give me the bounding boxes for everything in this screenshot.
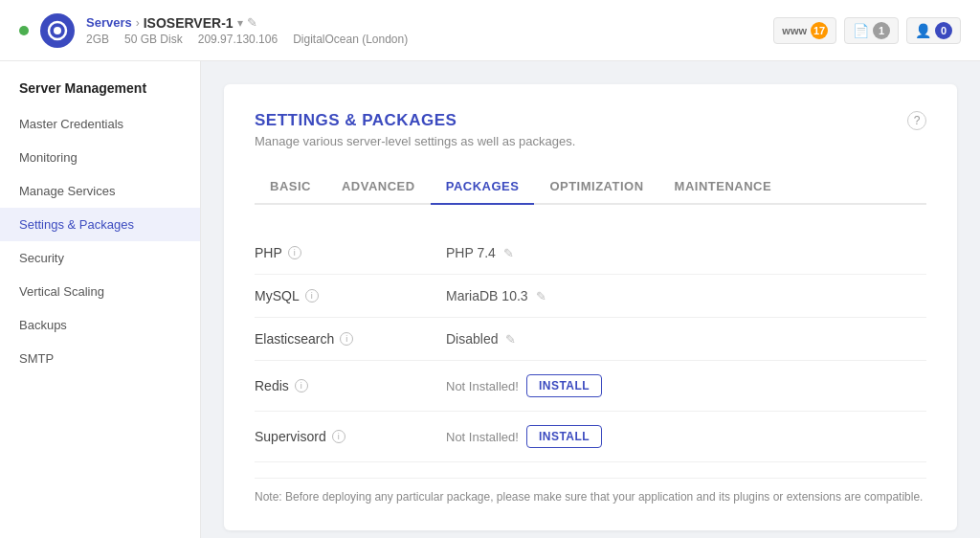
package-row-supervisord: Supervisord i Not Installed! INSTALL bbox=[255, 412, 926, 462]
mysql-label: MySQL bbox=[255, 288, 300, 303]
mysql-edit-icon[interactable]: ✎ bbox=[536, 289, 546, 303]
tab-maintenance[interactable]: MAINTENANCE bbox=[659, 169, 788, 205]
tab-packages[interactable]: PACKAGES bbox=[431, 169, 535, 205]
svg-point-1 bbox=[54, 27, 61, 34]
php-value: PHP 7.4 bbox=[446, 245, 496, 260]
redis-info-icon[interactable]: i bbox=[295, 379, 308, 392]
content-card: SETTINGS & PACKAGES Manage various serve… bbox=[224, 84, 957, 530]
php-info-icon[interactable]: i bbox=[288, 246, 301, 259]
php-edit-icon[interactable]: ✎ bbox=[503, 246, 514, 260]
header-left: Servers › ISOSERVER-1 ▾ ✎ 2GB 50 GB Disk… bbox=[19, 13, 408, 48]
sidebar-item-vertical-scaling[interactable]: Vertical Scaling bbox=[0, 275, 200, 308]
server-name-edit-icon[interactable]: ✎ bbox=[247, 15, 257, 30]
layout: Server Management Master Credentials Mon… bbox=[0, 61, 980, 538]
sidebar: Server Management Master Credentials Mon… bbox=[0, 61, 201, 538]
content-card-header: SETTINGS & PACKAGES Manage various serve… bbox=[255, 111, 926, 148]
sidebar-item-monitoring[interactable]: Monitoring bbox=[0, 141, 200, 174]
help-icon[interactable]: ? bbox=[907, 111, 926, 130]
breadcrumb: Servers › ISOSERVER-1 ▾ ✎ bbox=[86, 15, 408, 31]
file-icon: 📄 bbox=[853, 23, 869, 38]
users-count: 0 bbox=[935, 22, 952, 39]
tabs: BASIC ADVANCED PACKAGES OPTIMIZATION MAI… bbox=[255, 169, 926, 205]
package-name-php: PHP i bbox=[255, 245, 446, 260]
server-location: DigitalOcean (London) bbox=[293, 33, 408, 46]
breadcrumb-current: ISOSERVER-1 bbox=[144, 15, 234, 31]
server-ip: 209.97.130.106 bbox=[198, 33, 278, 46]
supervisord-info-icon[interactable]: i bbox=[332, 430, 345, 443]
packages-note: Note: Before deploying any particular pa… bbox=[255, 478, 926, 504]
www-count: 17 bbox=[811, 22, 828, 39]
server-ram: 2GB bbox=[86, 33, 109, 46]
breadcrumb-parent[interactable]: Servers bbox=[86, 15, 132, 30]
header: Servers › ISOSERVER-1 ▾ ✎ 2GB 50 GB Disk… bbox=[0, 0, 980, 61]
package-name-mysql: MySQL i bbox=[255, 288, 446, 303]
server-meta: 2GB 50 GB Disk 209.97.130.106 DigitalOce… bbox=[86, 33, 408, 46]
elasticsearch-edit-icon[interactable]: ✎ bbox=[505, 332, 516, 347]
tab-advanced[interactable]: ADVANCED bbox=[326, 169, 431, 205]
tab-basic[interactable]: BASIC bbox=[255, 169, 326, 205]
sidebar-item-smtp[interactable]: SMTP bbox=[0, 342, 200, 375]
sidebar-item-master-credentials[interactable]: Master Credentials bbox=[0, 107, 200, 141]
supervisord-install-button[interactable]: INSTALL bbox=[526, 425, 602, 448]
sidebar-item-manage-services[interactable]: Manage Services bbox=[0, 174, 200, 208]
elasticsearch-value: Disabled bbox=[446, 331, 498, 347]
mysql-value-col: MariaDB 10.3 ✎ bbox=[446, 288, 546, 303]
sidebar-item-settings-packages[interactable]: Settings & Packages bbox=[0, 208, 200, 241]
package-name-elasticsearch: Elasticsearch i bbox=[255, 331, 446, 347]
page-title: SETTINGS & PACKAGES bbox=[255, 111, 575, 130]
server-status-dot bbox=[19, 26, 29, 35]
supervisord-label: Supervisord bbox=[255, 429, 326, 444]
package-row-elasticsearch: Elasticsearch i Disabled ✎ bbox=[255, 318, 926, 361]
redis-not-installed-text: Not Installed! bbox=[446, 379, 519, 393]
users-badge[interactable]: 👤 0 bbox=[906, 17, 961, 44]
card-header-text: SETTINGS & PACKAGES Manage various serve… bbox=[255, 111, 575, 148]
package-row-php: PHP i PHP 7.4 ✎ bbox=[255, 232, 926, 275]
breadcrumb-chevron-icon[interactable]: ▾ bbox=[237, 16, 243, 30]
tab-optimization[interactable]: OPTIMIZATION bbox=[534, 169, 658, 205]
breadcrumb-arrow-icon: › bbox=[136, 16, 140, 30]
files-badge[interactable]: 📄 1 bbox=[844, 17, 899, 44]
elasticsearch-label: Elasticsearch bbox=[255, 331, 334, 347]
php-label: PHP bbox=[255, 245, 282, 260]
server-disk: 50 GB Disk bbox=[124, 33, 183, 46]
logo-circle bbox=[40, 13, 75, 48]
package-row-mysql: MySQL i MariaDB 10.3 ✎ bbox=[255, 275, 926, 318]
mysql-value: MariaDB 10.3 bbox=[446, 288, 528, 303]
www-badge[interactable]: www 17 bbox=[773, 17, 836, 44]
elasticsearch-value-col: Disabled ✎ bbox=[446, 331, 516, 347]
package-row-redis: Redis i Not Installed! INSTALL bbox=[255, 361, 926, 412]
sidebar-item-backups[interactable]: Backups bbox=[0, 308, 200, 342]
files-count: 1 bbox=[873, 22, 890, 39]
supervisord-value-col: Not Installed! INSTALL bbox=[446, 425, 602, 448]
page-subtitle: Manage various server-level settings as … bbox=[255, 134, 575, 148]
www-icon: www bbox=[782, 25, 807, 36]
header-right: www 17 📄 1 👤 0 bbox=[773, 17, 961, 44]
mysql-info-icon[interactable]: i bbox=[305, 289, 319, 303]
redis-value-col: Not Installed! INSTALL bbox=[446, 374, 602, 397]
server-info-col: Servers › ISOSERVER-1 ▾ ✎ 2GB 50 GB Disk… bbox=[86, 15, 408, 46]
elasticsearch-info-icon[interactable]: i bbox=[340, 332, 353, 346]
package-name-redis: Redis i bbox=[255, 378, 446, 393]
redis-install-button[interactable]: INSTALL bbox=[526, 374, 602, 397]
sidebar-title: Server Management bbox=[0, 80, 200, 107]
redis-label: Redis bbox=[255, 378, 289, 393]
package-name-supervisord: Supervisord i bbox=[255, 429, 446, 444]
main-content: SETTINGS & PACKAGES Manage various serve… bbox=[201, 61, 980, 538]
sidebar-item-security[interactable]: Security bbox=[0, 241, 200, 275]
supervisord-not-installed-text: Not Installed! bbox=[446, 430, 519, 444]
user-icon: 👤 bbox=[915, 23, 931, 38]
php-value-col: PHP 7.4 ✎ bbox=[446, 245, 514, 260]
